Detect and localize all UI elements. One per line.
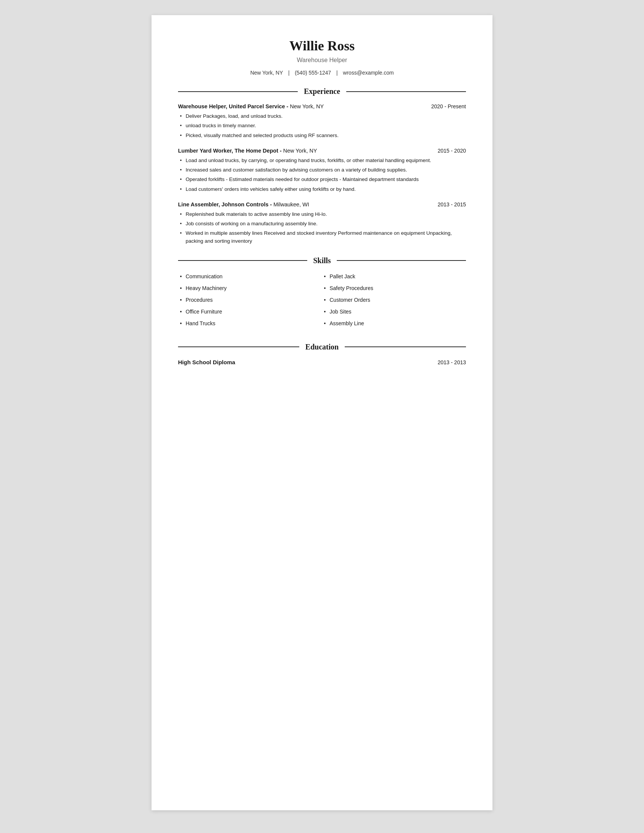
- job-bullet-1-1: Deliver Packages, load, and unload truck…: [178, 113, 466, 120]
- skill-left-4: Office Furniture: [178, 308, 322, 316]
- skill-right-5: Assembly Line: [322, 320, 466, 328]
- job-location-2: New York, NY: [283, 148, 317, 154]
- skill-left-2: Heavy Machinery: [178, 285, 322, 292]
- job-bullet-2-2: Increased sales and customer satisfactio…: [178, 166, 466, 174]
- edu-degree-1: High School Diploma: [178, 359, 235, 365]
- skills-right-column: Pallet Jack Safety Procedures Customer O…: [322, 273, 466, 331]
- skill-left-3: Procedures: [178, 296, 322, 304]
- job-bullets-3: Replenished bulk materials to active ass…: [178, 211, 466, 245]
- job-title-bold-3: Line Assembler, Johnson Controls -: [178, 201, 272, 207]
- job-entry-3: Line Assembler, Johnson Controls - Milwa…: [178, 201, 466, 245]
- job-bullet-3-3: Worked in multiple assembly lines Receiv…: [178, 230, 466, 245]
- job-bullet-3-1: Replenished bulk materials to active ass…: [178, 211, 466, 218]
- skills-left-column: Communication Heavy Machinery Procedures…: [178, 273, 322, 331]
- section-line-left: [178, 91, 298, 92]
- education-section-header: Education: [178, 343, 466, 351]
- job-dates-2: 2015 - 2020: [438, 148, 466, 154]
- skills-line-right: [337, 260, 466, 261]
- skill-left-5: Hand Trucks: [178, 320, 322, 328]
- experience-section: Experience Warehouse Helper, United Parc…: [178, 87, 466, 245]
- job-bullet-1-2: unload trucks in timely manner.: [178, 122, 466, 130]
- education-line-right: [345, 346, 466, 347]
- job-entry-2: Lumber Yard Worker, The Home Depot - New…: [178, 148, 466, 193]
- divider-1: |: [288, 70, 290, 76]
- job-dates-3: 2013 - 2015: [438, 201, 466, 207]
- education-line-left: [178, 346, 299, 347]
- contact-info: New York, NY | (540) 555-1247 | wross@ex…: [178, 70, 466, 76]
- job-bullets-1: Deliver Packages, load, and unload truck…: [178, 113, 466, 139]
- skills-section: Skills Communication Heavy Machinery Pro…: [178, 256, 466, 331]
- education-section-title: Education: [299, 343, 345, 351]
- job-bullet-2-1: Load and unload trucks, by carrying, or …: [178, 157, 466, 164]
- skills-grid: Communication Heavy Machinery Procedures…: [178, 273, 466, 331]
- job-dates-1: 2020 - Present: [431, 103, 466, 109]
- job-bullet-2-4: Load customers' orders into vehicles saf…: [178, 185, 466, 193]
- job-title-bold-2: Lumber Yard Worker, The Home Depot -: [178, 148, 282, 154]
- skills-line-left: [178, 260, 307, 261]
- experience-section-header: Experience: [178, 87, 466, 96]
- job-title-company-3: Line Assembler, Johnson Controls - Milwa…: [178, 201, 309, 207]
- skills-section-header: Skills: [178, 256, 466, 265]
- job-entry-1: Warehouse Helper, United Parcel Service …: [178, 103, 466, 139]
- skill-right-4: Job Sites: [322, 308, 466, 316]
- job-title-company-1: Warehouse Helper, United Parcel Service …: [178, 103, 324, 109]
- section-line-right: [346, 91, 466, 92]
- job-bullet-3-2: Job consists of working on a manufacturi…: [178, 220, 466, 228]
- skill-right-1: Pallet Jack: [322, 273, 466, 281]
- skill-left-1: Communication: [178, 273, 322, 281]
- resume-header: Willie Ross Warehouse Helper New York, N…: [178, 38, 466, 76]
- job-bullets-2: Load and unload trucks, by carrying, or …: [178, 157, 466, 193]
- education-section: Education High School Diploma 2013 - 201…: [178, 343, 466, 365]
- divider-2: |: [336, 70, 338, 76]
- contact-location: New York, NY: [250, 70, 283, 76]
- job-title-company-2: Lumber Yard Worker, The Home Depot - New…: [178, 148, 317, 154]
- skill-right-2: Safety Procedures: [322, 285, 466, 292]
- skill-right-3: Customer Orders: [322, 296, 466, 304]
- job-title-bold-1: Warehouse Helper, United Parcel Service …: [178, 103, 288, 109]
- edu-dates-1: 2013 - 2013: [438, 359, 466, 365]
- job-bullet-2-3: Operated forklifts - Estimated materials…: [178, 176, 466, 183]
- job-location-3: Milwaukee, WI: [274, 201, 309, 207]
- contact-email: wross@example.com: [343, 70, 394, 76]
- job-location-1: New York, NY: [290, 103, 324, 109]
- resume-page: Willie Ross Warehouse Helper New York, N…: [151, 15, 493, 810]
- job-bullet-1-3: Picked, visually matched and selected pr…: [178, 132, 466, 139]
- edu-entry-1: High School Diploma 2013 - 2013: [178, 359, 466, 365]
- job-header-3: Line Assembler, Johnson Controls - Milwa…: [178, 201, 466, 207]
- skills-section-title: Skills: [307, 256, 337, 265]
- candidate-name: Willie Ross: [178, 38, 466, 54]
- candidate-title: Warehouse Helper: [178, 57, 466, 64]
- contact-phone: (540) 555-1247: [295, 70, 331, 76]
- job-header-1: Warehouse Helper, United Parcel Service …: [178, 103, 466, 109]
- experience-section-title: Experience: [298, 87, 346, 96]
- job-header-2: Lumber Yard Worker, The Home Depot - New…: [178, 148, 466, 154]
